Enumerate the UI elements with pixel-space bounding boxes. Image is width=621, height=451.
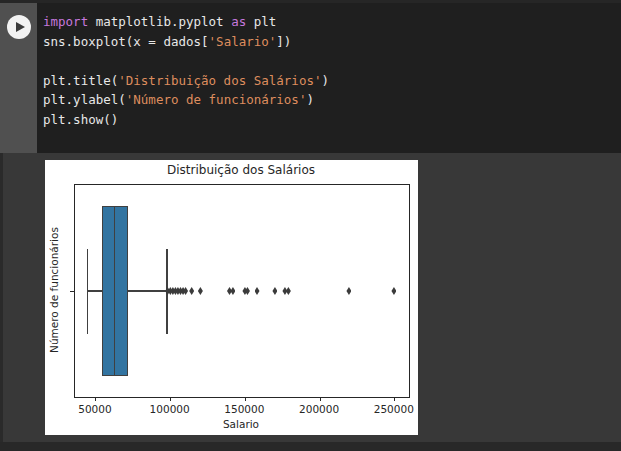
code-token-plain: ) bbox=[321, 73, 329, 88]
code-token-string: 'Número de funcionários' bbox=[126, 92, 307, 107]
median-line bbox=[114, 206, 116, 376]
y-tick-mark bbox=[70, 291, 74, 292]
code-token-keyword: import bbox=[43, 14, 88, 29]
x-tick-mark bbox=[394, 397, 395, 401]
outlier-diamond bbox=[272, 287, 277, 295]
x-tick-mark bbox=[95, 397, 96, 401]
code-cell: import matplotlib.pyplot as pltsns.boxpl… bbox=[0, 3, 621, 153]
x-tick-label: 250000 bbox=[364, 403, 424, 415]
code-line: plt.show() bbox=[43, 110, 621, 130]
outlier-diamond bbox=[189, 287, 194, 295]
whisker-line-high bbox=[128, 290, 167, 292]
code-line: ​ bbox=[43, 51, 621, 71]
outlier-diamond bbox=[286, 287, 291, 295]
whisker-cap-low bbox=[87, 249, 89, 334]
x-tick-label: 200000 bbox=[289, 403, 349, 415]
matplotlib-figure: Distribuição dos Salários Número de func… bbox=[45, 160, 418, 435]
x-tick-label: 150000 bbox=[214, 403, 274, 415]
chart-title: Distribuição dos Salários bbox=[74, 163, 408, 177]
code-token-keyword: as bbox=[231, 14, 246, 29]
code-line: plt.title('Distribuição dos Salários') bbox=[43, 71, 621, 91]
code-token-plain: sns.boxplot(x = dados[ bbox=[43, 34, 209, 49]
outlier-diamond bbox=[391, 287, 396, 295]
whisker-line-low bbox=[88, 290, 102, 292]
code-token-string: 'Salario' bbox=[209, 34, 277, 49]
x-axis-label: Salario bbox=[74, 418, 408, 430]
code-token-plain: ]) bbox=[276, 34, 291, 49]
code-token-plain: matplotlib.pyplot bbox=[88, 14, 231, 29]
plot-axes bbox=[74, 184, 410, 398]
x-tick-mark bbox=[245, 397, 246, 401]
code-token-plain: plt bbox=[246, 14, 276, 29]
x-tick-label: 100000 bbox=[140, 403, 200, 415]
code-token-plain: plt.title( bbox=[43, 73, 118, 88]
cell-output: Distribuição dos Salários Número de func… bbox=[0, 153, 621, 442]
y-axis-label: Número de funcionários bbox=[48, 227, 60, 353]
code-token-plain: ) bbox=[306, 92, 314, 107]
x-tick-mark bbox=[320, 397, 321, 401]
code-token-plain: plt.show() bbox=[43, 112, 118, 127]
outlier-diamond bbox=[198, 287, 203, 295]
x-tick-label: 50000 bbox=[65, 403, 125, 415]
x-tick-mark bbox=[170, 397, 171, 401]
code-editor[interactable]: import matplotlib.pyplot as pltsns.boxpl… bbox=[37, 3, 621, 153]
run-cell-button[interactable] bbox=[7, 15, 31, 39]
code-line: import matplotlib.pyplot as plt bbox=[43, 12, 621, 32]
outlier-diamond bbox=[255, 287, 260, 295]
code-line: plt.ylabel('Número de funcionários') bbox=[43, 90, 621, 110]
code-token-plain: plt.ylabel( bbox=[43, 92, 126, 107]
cell-gutter bbox=[0, 3, 37, 153]
code-token-string: 'Distribuição dos Salários' bbox=[118, 73, 321, 88]
outlier-diamond bbox=[346, 287, 351, 295]
notebook-background-strip bbox=[0, 442, 621, 451]
outlier-diamond bbox=[230, 287, 235, 295]
code-line: sns.boxplot(x = dados['Salario']) bbox=[43, 32, 621, 52]
outlier-diamond bbox=[245, 287, 250, 295]
outlier-diamond bbox=[183, 287, 188, 295]
play-icon bbox=[16, 22, 25, 32]
